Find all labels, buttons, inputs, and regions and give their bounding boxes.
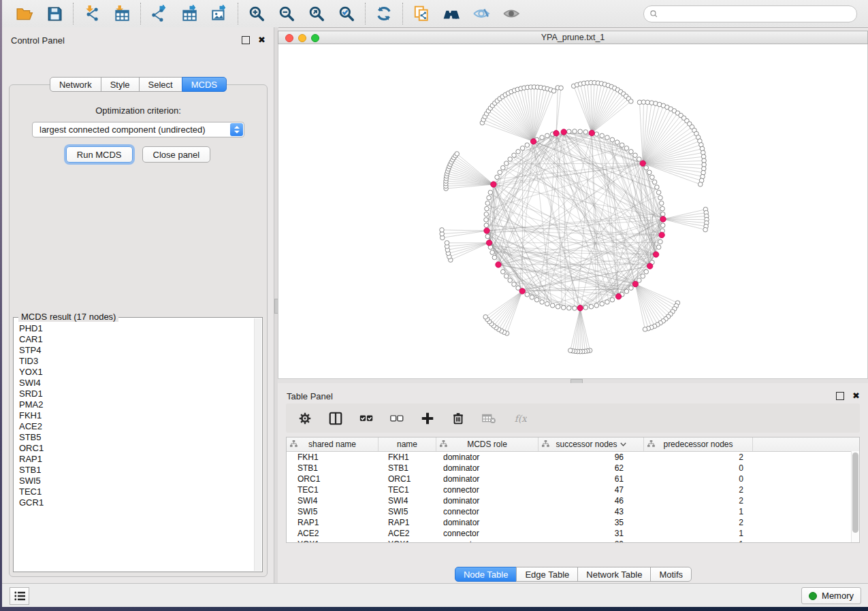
graph-node[interactable] — [658, 240, 663, 244]
table-row[interactable]: ORC1ORC1dominator610 — [287, 474, 859, 484]
mcds-result-item[interactable]: ACE2 — [19, 421, 254, 432]
graph-node[interactable] — [656, 245, 661, 250]
graph-node[interactable] — [540, 300, 545, 305]
table-row[interactable]: YOX1YOX1connector291 — [287, 539, 859, 543]
graph-node[interactable] — [643, 327, 647, 332]
table-cell[interactable]: FKH1 — [379, 452, 436, 462]
table-cell[interactable]: dominator — [436, 518, 539, 527]
graph-node[interactable] — [589, 304, 594, 309]
graph-node[interactable] — [568, 348, 573, 353]
table-cell[interactable]: 62 — [539, 463, 644, 473]
table-cell[interactable]: YOX1 — [287, 540, 379, 543]
export-image-button[interactable] — [210, 4, 229, 23]
mcds-result-item[interactable]: GCR1 — [19, 497, 254, 508]
table-cell[interactable]: 35 — [539, 518, 644, 527]
graph-node[interactable] — [660, 212, 665, 217]
zoom-fit-button[interactable] — [307, 4, 326, 23]
graph-node[interactable] — [624, 146, 629, 151]
mcds-result-item[interactable]: RAP1 — [19, 454, 254, 465]
network-canvas[interactable] — [278, 44, 868, 379]
graph-node[interactable] — [567, 306, 572, 310]
mcds-result-item[interactable]: TID3 — [19, 356, 254, 367]
tab-style[interactable]: Style — [101, 77, 140, 92]
graph-node[interactable] — [530, 295, 534, 300]
graph-node[interactable] — [644, 269, 649, 274]
graph-node[interactable] — [703, 227, 708, 232]
graph-node[interactable] — [487, 195, 492, 200]
table-row[interactable]: STB1STB1dominator620 — [287, 463, 859, 474]
mcds-node[interactable] — [647, 263, 653, 269]
mcds-result-item[interactable]: CAR1 — [19, 334, 254, 345]
graph-node[interactable] — [498, 170, 502, 175]
graph-node[interactable] — [445, 241, 449, 246]
table-cell[interactable]: connector — [436, 540, 539, 543]
tab-network[interactable]: Network — [50, 77, 101, 92]
tab-motifs[interactable]: Motifs — [650, 567, 692, 582]
mcds-result-item[interactable]: PHD1 — [19, 323, 254, 334]
graph-node[interactable] — [512, 153, 517, 158]
graph-node[interactable] — [600, 133, 605, 138]
mcds-node[interactable] — [484, 228, 489, 233]
zoom-out-button[interactable] — [277, 4, 296, 23]
graph-node[interactable] — [650, 175, 655, 180]
graph-node[interactable] — [455, 152, 460, 156]
table-cell[interactable]: 1 — [644, 507, 753, 516]
import-network-button[interactable] — [82, 4, 101, 23]
table-cell[interactable]: connector — [436, 529, 539, 538]
mcds-result-item[interactable]: STP4 — [19, 345, 254, 356]
graph-node[interactable] — [610, 297, 615, 302]
table-cell[interactable]: TEC1 — [287, 485, 379, 495]
graph-node[interactable] — [545, 301, 550, 306]
table-scrollbar-thumb[interactable] — [852, 452, 858, 533]
graph-node[interactable] — [485, 201, 490, 205]
close-panel-button[interactable]: Close panel — [142, 146, 211, 163]
tab-select[interactable]: Select — [139, 77, 182, 92]
graph-node[interactable] — [551, 88, 556, 93]
mcds-node[interactable] — [486, 240, 492, 246]
graph-node[interactable] — [440, 228, 445, 233]
search-input[interactable] — [662, 8, 851, 19]
memory-button[interactable]: Memory — [801, 587, 861, 604]
table-cell[interactable]: STB1 — [287, 463, 379, 473]
graph-node[interactable] — [659, 201, 664, 205]
graph-node[interactable] — [485, 234, 490, 239]
table-cell[interactable]: YOX1 — [379, 540, 436, 543]
table-row[interactable]: FKH1FKH1dominator962 — [287, 452, 859, 463]
graph-node[interactable] — [660, 206, 665, 211]
graph-node[interactable] — [610, 137, 615, 142]
zoom-in-button[interactable] — [247, 4, 266, 23]
table-cell[interactable]: 2 — [644, 496, 753, 506]
mcds-node[interactable] — [530, 139, 536, 144]
result-scrollbar[interactable] — [254, 318, 261, 571]
graph-node[interactable] — [485, 206, 489, 211]
graph-node[interactable] — [525, 143, 530, 148]
graph-node[interactable] — [647, 170, 652, 175]
table-cell[interactable]: ACE2 — [379, 529, 436, 538]
graph-node[interactable] — [658, 195, 663, 200]
graph-node[interactable] — [583, 130, 588, 135]
add-column-button[interactable] — [419, 410, 436, 427]
tab-node-table[interactable]: Node Table — [455, 567, 517, 582]
mcds-result-item[interactable]: SRD1 — [19, 389, 254, 399]
graph-node[interactable] — [641, 274, 645, 279]
mcds-result-item[interactable]: TEC1 — [19, 486, 254, 497]
graph-node[interactable] — [504, 161, 509, 166]
float-table-panel-icon[interactable] — [836, 392, 844, 400]
table-cell[interactable]: dominator — [436, 496, 539, 506]
table-cell[interactable]: 2 — [644, 518, 753, 527]
table-cell[interactable]: 2 — [644, 452, 753, 462]
mcds-node[interactable] — [496, 262, 501, 267]
graph-node[interactable] — [550, 303, 555, 308]
table-cell[interactable]: connector — [436, 485, 539, 495]
mcds-node[interactable] — [561, 129, 566, 135]
graph-node[interactable] — [501, 165, 506, 170]
hide-columns-button[interactable] — [389, 410, 405, 427]
table-cell[interactable]: 31 — [539, 529, 644, 538]
graph-node[interactable] — [701, 170, 706, 175]
graph-node[interactable] — [545, 133, 550, 138]
graph-node[interactable] — [520, 146, 525, 151]
graph-node[interactable] — [508, 157, 513, 162]
table-cell[interactable]: RAP1 — [287, 518, 379, 527]
graph-node[interactable] — [629, 286, 634, 291]
graph-node[interactable] — [559, 86, 564, 90]
